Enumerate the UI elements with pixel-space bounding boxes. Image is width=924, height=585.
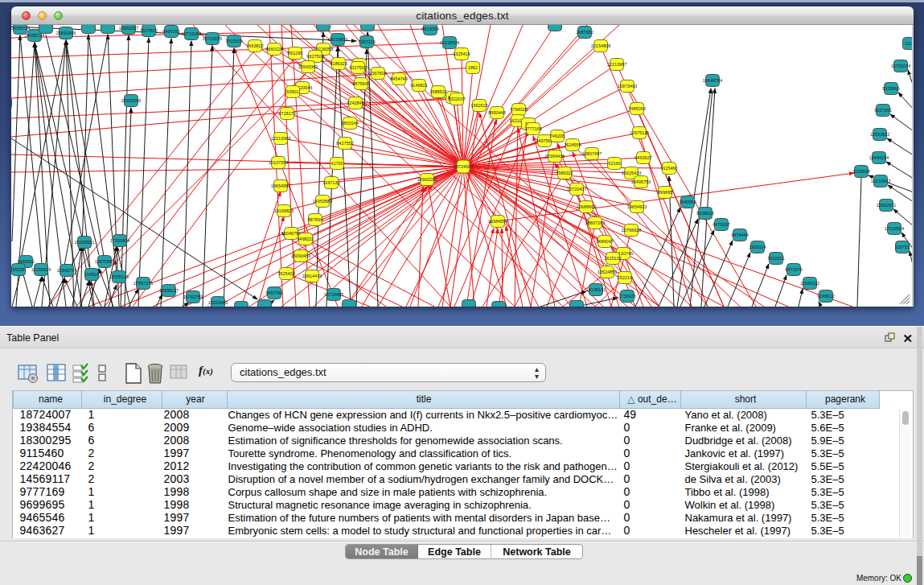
- svg-text:2803144: 2803144: [341, 121, 358, 126]
- svg-text:9327508: 9327508: [306, 54, 323, 59]
- svg-text:10025433: 10025433: [622, 171, 641, 175]
- svg-text:16782759: 16782759: [183, 295, 203, 299]
- svg-text:9327503: 9327503: [349, 65, 366, 70]
- svg-text:6466160: 6466160: [162, 29, 179, 34]
- svg-text:2087682: 2087682: [576, 30, 593, 35]
- svg-text:9474444: 9474444: [731, 233, 748, 237]
- svg-text:9457791: 9457791: [265, 290, 282, 295]
- svg-text:3624554: 3624554: [564, 142, 581, 147]
- svg-text:10218506: 10218506: [440, 40, 459, 45]
- svg-text:20364436: 20364436: [545, 154, 565, 159]
- svg-text:1640954: 1640954: [679, 200, 696, 204]
- svg-text:8427552: 8427552: [336, 141, 353, 146]
- svg-text:18807289: 18807289: [585, 220, 605, 225]
- svg-text:7485063: 7485063: [628, 106, 645, 111]
- svg-text:12942737: 12942737: [57, 268, 76, 273]
- svg-text:93901: 93901: [286, 89, 298, 94]
- svg-text:12505135: 12505135: [109, 274, 129, 279]
- svg-text:3267130: 3267130: [322, 180, 339, 185]
- svg-text:15751074: 15751074: [891, 64, 910, 68]
- svg-text:41700: 41700: [331, 161, 343, 166]
- svg-text:9329966: 9329966: [882, 86, 899, 91]
- svg-text:9684047: 9684047: [596, 239, 613, 244]
- svg-text:15720407: 15720407: [567, 187, 586, 192]
- svg-text:10154808: 10154808: [591, 43, 610, 48]
- svg-text:9146821: 9146821: [410, 83, 427, 88]
- svg-text:8938918: 8938918: [696, 211, 713, 216]
- svg-text:62160: 62160: [608, 161, 620, 166]
- svg-text:13975887: 13975887: [95, 259, 114, 264]
- svg-text:6479197: 6479197: [713, 222, 729, 227]
- svg-text:20053346: 20053346: [121, 98, 141, 103]
- svg-text:7632621: 7632621: [767, 256, 784, 261]
- svg-text:19654923: 19654923: [627, 204, 647, 209]
- svg-text:1615132: 1615132: [604, 256, 621, 261]
- svg-text:8186323: 8186323: [330, 61, 347, 66]
- svg-text:20691406: 20691406: [56, 31, 76, 35]
- svg-text:7663822: 7663822: [246, 43, 263, 48]
- svg-text:12975115: 12975115: [630, 130, 649, 135]
- svg-text:16543362: 16543362: [298, 64, 318, 69]
- svg-text:14353584: 14353584: [313, 199, 332, 204]
- svg-text:14136141: 14136141: [586, 287, 606, 292]
- svg-text:15716485: 15716485: [324, 292, 343, 297]
- svg-text:7515526: 7515526: [225, 39, 242, 43]
- svg-text:10807487: 10807487: [582, 151, 602, 156]
- svg-text:39155: 39155: [12, 267, 24, 272]
- svg-text:6794028: 6794028: [510, 107, 527, 112]
- svg-text:7986322: 7986322: [556, 171, 573, 175]
- svg-text:16495750: 16495750: [631, 179, 651, 184]
- svg-text:1588520: 1588520: [429, 89, 446, 94]
- svg-text:17359904: 17359904: [110, 238, 129, 243]
- svg-text:891295: 891295: [288, 51, 302, 56]
- svg-text:1733426: 1733426: [618, 294, 635, 299]
- svg-text:2718170: 2718170: [278, 111, 295, 116]
- svg-text:1862: 1862: [468, 65, 478, 70]
- svg-text:20206551: 20206551: [75, 240, 94, 245]
- svg-text:8990448: 8990448: [488, 110, 505, 115]
- svg-text:13524851: 13524851: [598, 270, 617, 274]
- svg-text:17016504: 17016504: [885, 226, 904, 231]
- svg-text:2933114: 2933114: [749, 245, 766, 249]
- svg-text:8322037: 8322037: [448, 97, 465, 101]
- svg-text:3215938: 3215938: [852, 169, 869, 174]
- svg-text:9227342: 9227342: [874, 108, 891, 113]
- svg-text:1362615: 1362615: [470, 103, 487, 108]
- svg-text:9242845: 9242845: [347, 101, 363, 105]
- svg-text:12923485: 12923485: [208, 300, 228, 305]
- svg-text:9463627: 9463627: [634, 155, 651, 160]
- svg-text:12093822: 12093822: [870, 132, 889, 137]
- svg-text:16033809: 16033809: [328, 37, 347, 42]
- svg-text:7357224: 7357224: [358, 39, 375, 44]
- svg-text:10958117: 10958117: [159, 288, 179, 293]
- svg-text:12213369: 12213369: [271, 136, 290, 141]
- svg-text:10973493: 10973493: [618, 84, 637, 89]
- svg-text:10719185: 10719185: [182, 31, 201, 36]
- svg-text:16713155: 16713155: [203, 36, 222, 41]
- svg-text:20756928: 20756928: [622, 228, 641, 233]
- svg-text:746206: 746206: [550, 134, 565, 138]
- svg-text:19384554: 19384554: [488, 219, 507, 224]
- svg-text:8813054: 8813054: [421, 27, 438, 31]
- svg-text:16093459: 16093459: [291, 253, 310, 258]
- svg-text:16046785: 16046785: [281, 231, 301, 236]
- svg-text:9777169: 9777169: [524, 126, 541, 131]
- svg-text:12444154: 12444154: [869, 155, 889, 160]
- svg-text:15692971: 15692971: [877, 203, 896, 208]
- svg-text:1112: 1112: [905, 41, 914, 46]
- svg-text:116753: 116753: [895, 245, 910, 249]
- svg-text:8471676: 8471676: [785, 267, 802, 272]
- svg-text:9115460: 9115460: [660, 166, 677, 171]
- svg-text:887834: 887834: [308, 217, 322, 222]
- svg-text:17957275: 17957275: [133, 281, 153, 286]
- svg-text:7625402: 7625402: [277, 271, 294, 276]
- svg-text:16914479: 16914479: [302, 274, 322, 278]
- svg-text:24055724: 24055724: [11, 26, 30, 31]
- svg-text:12156829: 12156829: [31, 267, 51, 272]
- svg-text:10654112: 10654112: [800, 281, 819, 286]
- svg-text:899695: 899695: [658, 190, 672, 195]
- svg-text:18300295: 18300295: [417, 177, 437, 182]
- svg-text:18724007: 18724007: [454, 164, 473, 169]
- svg-text:10107554: 10107554: [269, 160, 288, 165]
- svg-text:19654982: 19654982: [271, 183, 290, 188]
